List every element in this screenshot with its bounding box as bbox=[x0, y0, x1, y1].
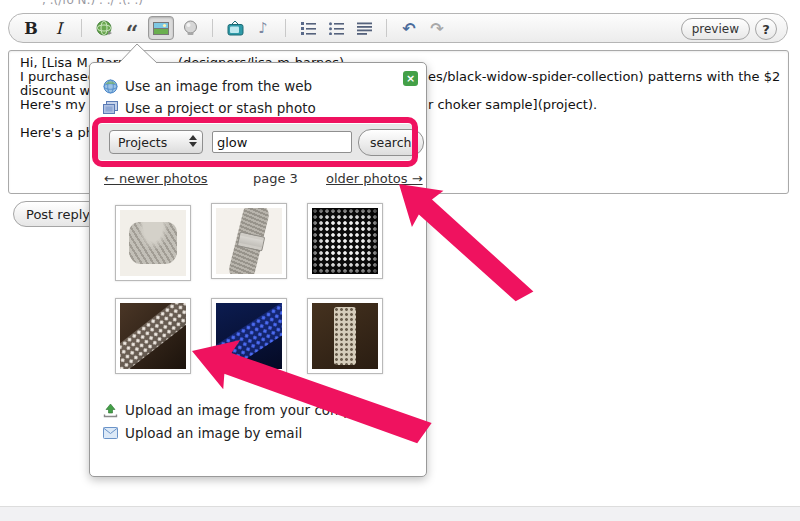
music-note-icon: ♪ bbox=[258, 19, 268, 37]
redo-icon: ↷ bbox=[430, 19, 443, 38]
italic-label: I bbox=[56, 19, 62, 38]
insert-audio-button[interactable]: ♪ bbox=[251, 17, 275, 39]
paragraph-lines-icon bbox=[357, 22, 372, 35]
editor-line: es/black-widow-spider-collection) patter… bbox=[428, 69, 780, 84]
bold-button[interactable]: B bbox=[19, 17, 43, 39]
project-photo-thumbnail[interactable] bbox=[211, 298, 287, 374]
photos-stack-icon bbox=[103, 101, 118, 115]
bullet-list-icon bbox=[329, 22, 344, 35]
updown-arrows-icon bbox=[189, 135, 197, 147]
photo-search-input[interactable] bbox=[212, 131, 352, 153]
upload-from-computer-option[interactable]: Upload an image from your computer bbox=[103, 402, 380, 418]
toolbar-right-group: preview ? bbox=[681, 18, 777, 40]
upload-from-computer-label: Upload an image from your computer bbox=[125, 402, 380, 418]
project-photo-thumbnail[interactable] bbox=[307, 203, 383, 279]
undo-button[interactable]: ↶ bbox=[397, 17, 421, 39]
editor-toolbar: B I “ ♪ ↶ ↷ bbox=[8, 13, 788, 43]
paragraph-button[interactable] bbox=[352, 17, 376, 39]
upload-by-email-label: Upload an image by email bbox=[125, 425, 302, 441]
clipped-top-text: , .(/fo N:) . ./ .(. .) bbox=[42, 0, 462, 8]
quote-icon: “ bbox=[126, 18, 139, 38]
redo-button[interactable]: ↷ bbox=[425, 17, 449, 39]
insert-image-button[interactable] bbox=[148, 16, 174, 40]
close-icon[interactable]: × bbox=[403, 71, 418, 86]
popup-tail bbox=[110, 43, 170, 64]
italic-button[interactable]: I bbox=[47, 17, 71, 39]
photo-search-button[interactable]: search bbox=[358, 129, 424, 156]
image-icon bbox=[153, 22, 169, 35]
photo-source-select[interactable]: Projects bbox=[109, 130, 203, 154]
project-photo-thumbnail[interactable] bbox=[307, 298, 383, 374]
page-bottom-band bbox=[0, 506, 800, 521]
undo-icon: ↶ bbox=[402, 19, 415, 38]
toolbar-separator bbox=[386, 19, 387, 37]
editor-line: Here's my [ bbox=[20, 97, 95, 112]
project-photo-thumbnail[interactable] bbox=[115, 205, 191, 281]
toolbar-separator bbox=[212, 19, 213, 37]
ordered-list-icon bbox=[301, 22, 316, 35]
toolbar-separator bbox=[81, 19, 82, 37]
ordered-list-button[interactable] bbox=[296, 17, 320, 39]
use-project-photo-option[interactable]: Use a project or stash photo bbox=[103, 100, 316, 116]
upload-icon bbox=[103, 403, 118, 418]
preview-button[interactable]: preview bbox=[681, 18, 750, 40]
upload-by-email-option[interactable]: Upload an image by email bbox=[103, 425, 302, 441]
project-photo-thumbnail[interactable] bbox=[115, 298, 191, 374]
use-web-image-label: Use an image from the web bbox=[125, 78, 312, 94]
use-web-image-option[interactable]: Use an image from the web bbox=[103, 78, 312, 94]
insert-image-popup: × Use an image from the web Use a projec… bbox=[89, 62, 427, 477]
email-icon bbox=[103, 427, 118, 439]
newer-photos-link[interactable]: ← newer photos bbox=[104, 171, 208, 186]
older-photos-link[interactable]: older photos → bbox=[326, 171, 423, 186]
editor-line: Here's a ph bbox=[20, 125, 94, 140]
use-project-photo-label: Use a project or stash photo bbox=[125, 100, 316, 116]
insert-video-button[interactable] bbox=[223, 17, 247, 39]
bold-label: B bbox=[24, 19, 38, 38]
page-indicator: page 3 bbox=[253, 171, 298, 186]
editor-line: discount wit bbox=[20, 83, 99, 98]
orb-button[interactable] bbox=[178, 17, 202, 39]
tv-icon bbox=[227, 21, 244, 36]
globe-link-icon bbox=[96, 20, 113, 37]
toolbar-separator bbox=[285, 19, 286, 37]
orb-icon bbox=[183, 20, 198, 36]
bullet-list-button[interactable] bbox=[324, 17, 348, 39]
project-photo-thumbnail[interactable] bbox=[211, 203, 287, 279]
editor-line: r choker sample](project). bbox=[428, 97, 597, 112]
photo-source-value: Projects bbox=[118, 135, 167, 150]
blockquote-button[interactable]: “ bbox=[120, 17, 144, 39]
globe-icon bbox=[103, 79, 118, 94]
help-button[interactable]: ? bbox=[755, 18, 777, 40]
editor-line: I purchased bbox=[20, 69, 96, 84]
insert-link-button[interactable] bbox=[92, 17, 116, 39]
